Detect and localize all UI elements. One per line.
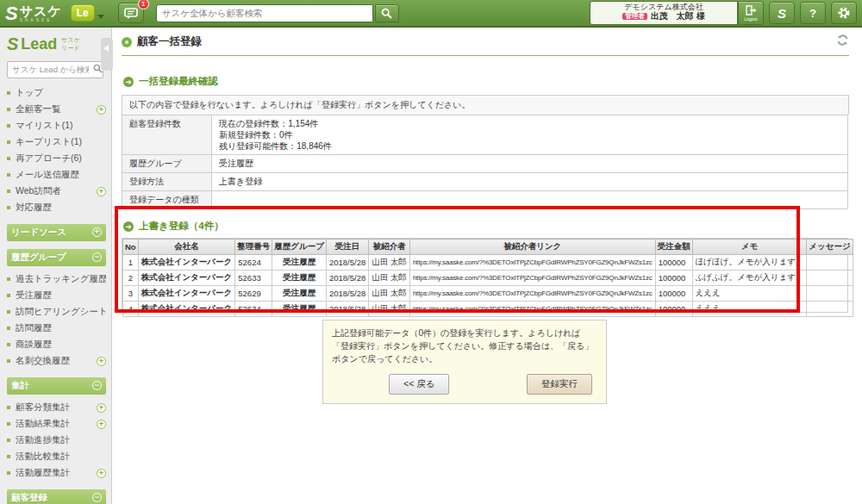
sidebar-section-header[interactable]: 集計− (7, 377, 106, 395)
messages-button[interactable]: 1 (118, 3, 144, 23)
sidebar-section-title: 集計 (11, 380, 29, 392)
sidebar-item[interactable]: 対応履歴 (7, 200, 106, 216)
overwrite-table-container: No会社名整理番号履歴グループ受注日被紹介者被紹介者リンク受注金額メモメッセージ… (122, 238, 848, 313)
bullet-icon (7, 124, 10, 128)
sidebar-section-header[interactable]: 履歴グループ− (7, 249, 106, 266)
table-cell: 1 (123, 255, 139, 271)
sidebar-item[interactable]: キープリスト(1) (7, 134, 106, 151)
table-cell: 2018/5/28 (326, 271, 368, 286)
sidebar-section-header[interactable]: 顧客登録− (7, 489, 106, 504)
sidebar-item[interactable]: トップ (7, 85, 106, 102)
settings-button[interactable] (831, 2, 857, 24)
expand-plus-icon[interactable]: + (97, 403, 106, 413)
collapse-icon[interactable]: − (92, 493, 102, 502)
saaske-home-button[interactable]: S (769, 2, 795, 24)
table-row: 3株式会社インターパーク52629受注履歴2018/5/28山田 太郎https… (123, 286, 853, 302)
sidebar-item[interactable]: 活動結果集計+ (7, 416, 106, 432)
bullet-icon (7, 140, 10, 144)
table-cell: 2018/5/28 (326, 255, 368, 271)
expand-icon[interactable]: + (92, 227, 102, 237)
expand-plus-icon[interactable]: + (97, 469, 106, 478)
summary-row: 登録データの種類 (122, 191, 848, 209)
sidebar-item-label: 過去トラッキング履歴 (16, 273, 106, 285)
lead-search-input[interactable] (7, 61, 103, 78)
expand-plus-icon[interactable]: + (97, 357, 106, 366)
table-row: 2株式会社インターパーク52633受注履歴2018/5/28山田 太郎https… (123, 271, 853, 286)
summary-row: 顧客登録件数現在の登録件数：1,154件新規登録件数：0件残り登録可能件数：18… (122, 115, 848, 155)
expand-plus-icon[interactable]: + (97, 105, 106, 115)
sidebar-item[interactable]: 受注履歴 (7, 288, 106, 304)
global-search-input[interactable] (156, 4, 373, 22)
sidebar-item[interactable]: 商談履歴 (7, 337, 106, 353)
column-header: 被紹介者リンク (409, 240, 655, 255)
submit-registration-button[interactable]: 登録実行 (527, 374, 592, 395)
column-header: 会社名 (138, 240, 235, 255)
sidebar-item[interactable]: 訪問ヒアリングシート (7, 304, 106, 320)
sidebar-section-header[interactable]: リードソース+ (7, 224, 106, 241)
bullet-icon (7, 406, 10, 409)
sidebar: S Lead サスケ リード トップ全顧客一覧+マイリスト(1)キープリスト(1… (0, 28, 112, 504)
sidebar-item[interactable]: 顧客分類集計+ (7, 400, 106, 416)
page-title: 顧客一括登録 (137, 34, 202, 49)
table-cell: https://my.saaske.com/?%3DETOxITPjZCbpFG… (409, 255, 655, 271)
lead-logo[interactable]: S Lead サスケ リード (7, 34, 106, 54)
user-name: 出茂 太郎 様 (651, 11, 705, 22)
table-cell: 株式会社インターパーク (138, 302, 235, 317)
summary-line: 現在の登録件数：1,154件 (219, 118, 840, 129)
table-cell: 52624 (235, 255, 272, 271)
global-search-button[interactable] (375, 4, 399, 22)
notification-badge: 1 (138, 0, 149, 9)
summary-value: 上書き登録 (212, 173, 848, 191)
saaske-logo[interactable]: S サスケ SAASKE (5, 4, 62, 22)
sidebar-item[interactable]: 活動進捗集計 (7, 432, 106, 449)
bullet-icon (7, 455, 10, 458)
lead-product-badge[interactable]: Le (71, 4, 95, 22)
sidebar-collapse-tab[interactable] (101, 38, 113, 71)
sidebar-item[interactable]: マイリスト(1) (7, 118, 106, 134)
gear-icon (837, 6, 851, 20)
sidebar-item-label: 活動結果集計 (16, 418, 70, 430)
column-header: メモ (692, 240, 807, 255)
expand-plus-icon[interactable]: + (97, 187, 106, 196)
sidebar-item[interactable]: 活動履歴集計+ (7, 465, 106, 482)
bullet-icon (7, 359, 10, 363)
sidebar-item[interactable]: Web訪問者+ (7, 184, 106, 200)
sidebar-item-label: メール送信履歴 (16, 169, 79, 181)
sidebar-item-label: 活動進捗集計 (16, 434, 70, 446)
sidebar-sections: リードソース+履歴グループ−過去トラッキング履歴受注履歴訪問ヒアリングシート訪問… (7, 224, 106, 504)
refresh-icon[interactable] (835, 33, 850, 51)
sidebar-item[interactable]: 過去トラッキング履歴 (7, 271, 106, 288)
logout-button[interactable]: Logout (738, 1, 764, 25)
summary-value (212, 191, 848, 209)
table-header-row: No会社名整理番号履歴グループ受注日被紹介者被紹介者リンク受注金額メモメッセージ (123, 240, 853, 255)
summary-table-body: 顧客登録件数現在の登録件数：1,154件新規登録件数：0件残り登録可能件数：18… (122, 115, 848, 209)
expand-plus-icon[interactable]: + (97, 420, 106, 429)
sidebar-item[interactable]: 訪問履歴 (7, 320, 106, 337)
table-cell: ふげふげ。メモが入ります。 (692, 271, 807, 286)
summary-label: 顧客登録件数 (122, 115, 212, 155)
table-cell: 52629 (235, 286, 272, 302)
help-button[interactable]: ? (800, 2, 826, 24)
overwrite-records-table: No会社名整理番号履歴グループ受注日被紹介者被紹介者リンク受注金額メモメッセージ… (122, 239, 853, 317)
bullet-icon (7, 157, 10, 160)
summary-label: 登録データの種類 (122, 191, 212, 209)
table-row: 1株式会社インターパーク52624受注履歴2018/5/28山田 太郎https… (123, 255, 853, 271)
collapse-icon[interactable]: − (92, 252, 102, 262)
sidebar-item-label: 訪問ヒアリングシート (16, 306, 106, 318)
sidebar-item[interactable]: 全顧客一覧+ (7, 102, 106, 118)
bullet-icon (7, 91, 10, 95)
saaske-s-icon: S (5, 5, 18, 22)
sidebar-item-label: 対応履歴 (16, 202, 52, 214)
product-dropdown-caret-icon[interactable] (97, 15, 104, 19)
collapse-icon[interactable]: − (92, 381, 102, 390)
sidebar-item[interactable]: メール送信履歴 (7, 167, 106, 184)
sidebar-item[interactable]: 活動比較集計 (7, 449, 106, 465)
sidebar-item[interactable]: 再アプローチ(6) (7, 151, 106, 167)
back-button[interactable]: << 戻る (389, 374, 449, 395)
saaske-logo-text: サスケ (20, 4, 62, 17)
sidebar-item[interactable]: 名刺交換履歴+ (7, 353, 106, 370)
logout-icon (746, 5, 757, 16)
table-cell (807, 302, 853, 317)
sidebar-section-title: 顧客登録 (11, 492, 47, 504)
table-cell: 受注履歴 (272, 255, 327, 271)
